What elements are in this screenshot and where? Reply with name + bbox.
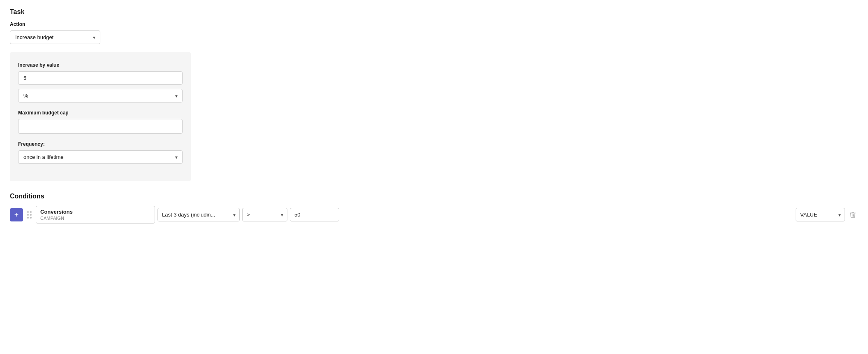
action-select[interactable]: Increase budget Decrease budget Pause En… — [10, 30, 100, 44]
plus-icon: + — [14, 211, 19, 219]
trash-icon — [849, 211, 856, 219]
drag-dot-1 — [27, 211, 29, 213]
drag-dot-2 — [30, 211, 32, 213]
increase-by-label: Increase by value — [18, 62, 183, 68]
action-label: Action — [10, 21, 858, 27]
settings-panel: Increase by value % $ ▼ Maximum budget c… — [10, 52, 191, 181]
frequency-label: Frequency: — [18, 141, 183, 147]
conditions-label: Conditions — [10, 193, 858, 200]
operator-select[interactable]: > < >= <= = — [242, 208, 287, 221]
metric-cell: Conversions CAMPAIGN — [36, 206, 155, 224]
value-type-wrapper: VALUE PERCENTAGE ▼ — [796, 208, 845, 221]
unit-select[interactable]: % $ — [18, 89, 183, 102]
max-budget-label: Maximum budget cap — [18, 110, 183, 116]
condition-value-input[interactable] — [290, 208, 339, 221]
metric-name: Conversions — [40, 209, 150, 215]
unit-dropdown-wrapper: % $ ▼ — [18, 89, 183, 102]
value-type-select[interactable]: VALUE PERCENTAGE — [796, 208, 845, 221]
drag-dot-3 — [27, 214, 29, 216]
conditions-row: + Conversions CAMPAIGN Last 3 days (incl… — [10, 206, 858, 224]
time-period-select[interactable]: Last 3 days (includin... Last 7 days Las… — [157, 208, 240, 221]
drag-handle[interactable] — [25, 210, 33, 220]
time-period-wrapper: Last 3 days (includin... Last 7 days Las… — [157, 208, 240, 221]
max-budget-input[interactable] — [18, 119, 183, 134]
add-condition-button[interactable]: + — [10, 208, 23, 221]
increase-value-input[interactable] — [18, 71, 183, 85]
drag-dot-6 — [30, 217, 32, 219]
delete-condition-button[interactable] — [847, 210, 858, 220]
frequency-dropdown-wrapper: once in a lifetime daily weekly monthly … — [18, 150, 183, 164]
drag-dot-5 — [27, 217, 29, 219]
page-title: Task — [10, 8, 858, 16]
drag-dot-4 — [30, 214, 32, 216]
metric-sublabel: CAMPAIGN — [40, 216, 150, 221]
action-dropdown-wrapper: Increase budget Decrease budget Pause En… — [10, 30, 100, 44]
operator-wrapper: > < >= <= = ▼ — [242, 208, 287, 221]
frequency-select[interactable]: once in a lifetime daily weekly monthly — [18, 150, 183, 164]
